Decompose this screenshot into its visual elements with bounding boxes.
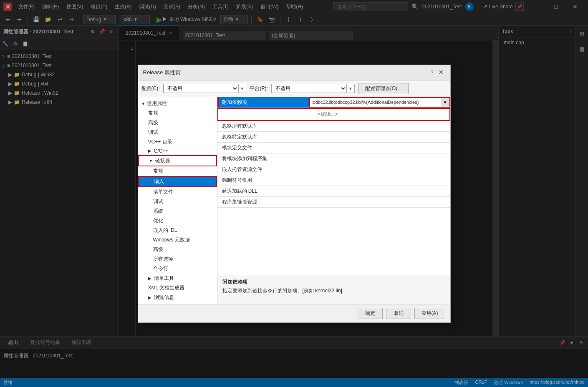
- prop-value-cell-4: [309, 153, 450, 164]
- dialog-title: Release 属性页: [143, 69, 181, 76]
- dtree-browse[interactable]: ▶ 浏览信息: [138, 293, 217, 302]
- prop-value-cell-8: [309, 197, 450, 207]
- prop-name-0: 附加依赖项: [217, 97, 309, 108]
- dialog-tree: ▼ 通用属性 常规 高级 调试 VC++ 目录: [138, 97, 217, 304]
- prop-row-3[interactable]: 模块定义文件: [217, 143, 450, 153]
- prop-name-5: 嵌入托管资源文件: [217, 164, 309, 175]
- prop-value-cell-3: [309, 143, 450, 153]
- config-label: 配置(C):: [141, 85, 160, 92]
- prop-name-3: 模块定义文件: [217, 143, 309, 153]
- prop-row-0[interactable]: 附加依赖项 ;odbc32.lib;odbccp32.lib;%(Additio…: [217, 97, 450, 108]
- dtree-arrow-general: ▼: [141, 101, 146, 106]
- prop-name-2: 忽略特定默认库: [217, 132, 309, 142]
- prop-dropdown-btn-0[interactable]: ▼: [441, 98, 449, 107]
- dialog-apply-button[interactable]: 应用(A): [414, 308, 445, 319]
- dialog-overlay: Release 属性页 ? ✕ 配置(C): 不适用 ▼ 平台(P): 不适用 …: [0, 0, 588, 387]
- dialog-description: 附加依赖项 指定要添加到链接命令行的附加项。[例如 kernel32.lib]: [217, 275, 450, 304]
- dtree-winmeta[interactable]: Windows 元数据: [138, 235, 217, 245]
- dtree-label-cpp: C/C++: [154, 148, 169, 154]
- prop-row-4[interactable]: 将模块添加到程序集: [217, 153, 450, 164]
- prop-value-cell-0: ;odbc32.lib;odbccp32.lib;%(AdditionalDep…: [309, 97, 450, 108]
- dtree-arrow-browse: ▶: [148, 295, 151, 300]
- dtree-label-xml-gen: XML 文档生成器: [148, 284, 185, 292]
- dtree-cmdline[interactable]: 命令行: [138, 264, 217, 274]
- prop-value-cell-5: [309, 164, 450, 175]
- prop-value-cell-1: [309, 121, 450, 131]
- dtree-label-optimize: 优化: [153, 217, 163, 224]
- dtree-label-mftool: 清单工具: [154, 275, 174, 282]
- dtree-label-vcdirs: VC++ 目录: [148, 138, 172, 146]
- prop-row-7[interactable]: 延迟加载的 DLL: [217, 186, 450, 197]
- prop-row-1[interactable]: 忽略所有默认库: [217, 121, 450, 132]
- dtree-manifest[interactable]: 清单文件: [138, 187, 217, 197]
- dtree-label-linker: 链接器: [155, 157, 170, 164]
- dtree-label-common: 常规: [148, 110, 158, 117]
- dialog-cancel-button[interactable]: 取消: [386, 308, 411, 319]
- dtree-label-linker-general: 常规: [153, 168, 163, 175]
- dialog-body: ▼ 通用属性 常规 高级 调试 VC++ 目录: [138, 97, 450, 304]
- dtree-cpp[interactable]: ▶ C/C++: [138, 147, 217, 155]
- dtree-general[interactable]: ▼ 通用属性: [138, 99, 217, 108]
- dtree-system[interactable]: 系统: [138, 206, 217, 216]
- platform-select[interactable]: 不适用: [272, 84, 347, 93]
- properties-dialog: Release 属性页 ? ✕ 配置(C): 不适用 ▼ 平台(P): 不适用 …: [138, 65, 451, 323]
- dtree-label-all-opts: 所有选项: [153, 256, 173, 263]
- prop-row-6[interactable]: 强制符号引用: [217, 175, 450, 186]
- dtree-common[interactable]: 常规: [138, 108, 217, 118]
- dtree-linker[interactable]: ▼ 链接器: [138, 155, 217, 166]
- dtree-xml-gen[interactable]: XML 文档生成器: [138, 283, 217, 293]
- description-title: 附加依赖项: [222, 279, 445, 286]
- dtree-label-general: 通用属性: [147, 100, 167, 107]
- dtree-arrow-mftool: ▶: [148, 276, 151, 281]
- dtree-label-adv: 高级: [153, 246, 163, 253]
- dtree-manifest-tool[interactable]: ▶ 清单工具: [138, 274, 217, 283]
- dtree-idl[interactable]: 嵌入的 IDL: [138, 226, 217, 235]
- prop-name-6: 强制符号引用: [217, 175, 309, 186]
- prop-value-0: ;odbc32.lib;odbccp32.lib;%(AdditionalDep…: [312, 100, 419, 105]
- dtree-linker-input[interactable]: 输入: [138, 176, 217, 187]
- prop-name-4: 将模块添加到程序集: [217, 153, 309, 164]
- prop-row-8[interactable]: 程序集链接资源: [217, 197, 450, 208]
- dialog-footer: 确定 取消 应用(A): [138, 304, 450, 322]
- platform-chevron: ▼: [347, 86, 354, 91]
- dtree-label-debug: 调试: [148, 129, 158, 136]
- dtree-label-advanced: 高级: [148, 119, 158, 126]
- dtree-arrow-cpp: ▶: [148, 148, 151, 153]
- config-manager-button[interactable]: 配置管理器(O)...: [358, 83, 409, 94]
- dialog-ok-button[interactable]: 确定: [358, 308, 383, 319]
- dtree-label-cmdline: 命令行: [153, 265, 168, 272]
- dtree-label-linker-input: 输入: [154, 178, 164, 185]
- dtree-vcdirs[interactable]: VC++ 目录: [138, 137, 217, 147]
- prop-value-cell-7: [309, 186, 450, 196]
- edit-link[interactable]: <编辑...>: [315, 110, 341, 119]
- dtree-adv[interactable]: 高级: [138, 245, 217, 254]
- dialog-toolbar: 配置(C): 不适用 ▼ 平台(P): 不适用 ▼ 配置管理器(O)...: [138, 80, 450, 97]
- prop-value-cell-2: [309, 132, 450, 142]
- dtree-label-idl: 嵌入的 IDL: [153, 227, 177, 234]
- prop-value-cell-6: [309, 175, 450, 186]
- dialog-props: 附加依赖项 ;odbc32.lib;odbccp32.lib;%(Additio…: [217, 97, 450, 304]
- config-chevron: ▼: [239, 86, 246, 91]
- dtree-all-opts[interactable]: 所有选项: [138, 254, 217, 264]
- prop-name-8: 程序集链接资源: [217, 197, 309, 207]
- dtree-label-browse: 浏览信息: [154, 294, 174, 301]
- platform-label: 平台(P):: [250, 85, 268, 92]
- dtree-optimize[interactable]: 优化: [138, 216, 217, 226]
- dialog-close-button[interactable]: ✕: [437, 68, 445, 77]
- dtree-label-linker-debug: 调试: [153, 198, 163, 205]
- dtree-label-system: 系统: [153, 208, 163, 215]
- prop-name-7: 延迟加载的 DLL: [217, 186, 309, 196]
- dialog-help-icon[interactable]: ?: [430, 69, 433, 75]
- dtree-linker-debug[interactable]: 调试: [138, 197, 217, 206]
- dtree-advanced[interactable]: 高级: [138, 118, 217, 128]
- config-select[interactable]: 不适用: [164, 84, 239, 93]
- prop-row-2[interactable]: 忽略特定默认库: [217, 132, 450, 143]
- dtree-label-winmeta: Windows 元数据: [153, 236, 190, 244]
- dtree-linker-general[interactable]: 常规: [138, 166, 217, 176]
- dtree-debug[interactable]: 调试: [138, 128, 217, 137]
- edit-link-row: <编辑...>: [217, 108, 450, 121]
- dialog-title-bar: Release 属性页 ? ✕: [138, 65, 450, 80]
- prop-row-5[interactable]: 嵌入托管资源文件: [217, 164, 450, 175]
- description-text: 指定要添加到链接命令行的附加项。[例如 kernel32.lib]: [222, 287, 445, 294]
- dtree-label-manifest: 清单文件: [153, 188, 173, 196]
